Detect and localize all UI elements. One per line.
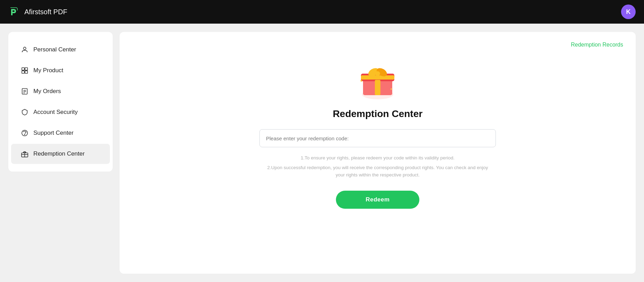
svg-text:✦: ✦	[360, 78, 363, 83]
main-content: Personal Center My Product My Orders	[0, 24, 644, 282]
redemption-records-link[interactable]: Redemption Records	[571, 42, 623, 48]
redeem-button[interactable]: Redeem	[336, 191, 419, 209]
svg-rect-16	[375, 80, 380, 95]
logo-icon	[8, 6, 21, 18]
redemption-icon	[21, 150, 29, 158]
orders-icon	[21, 88, 29, 95]
sidebar-item-redemption-center[interactable]: Redemption Center	[11, 144, 110, 164]
svg-point-1	[23, 47, 26, 50]
svg-rect-6	[22, 89, 27, 94]
sidebar-item-my-product[interactable]: My Product	[11, 60, 110, 81]
person-icon	[21, 46, 29, 53]
sidebar-item-account-security[interactable]: Account Security	[11, 102, 110, 122]
sidebar-label-my-orders: My Orders	[33, 88, 61, 95]
redemption-code-input[interactable]	[259, 129, 496, 147]
security-icon	[21, 108, 29, 116]
sidebar-item-support-center[interactable]: Support Center	[11, 123, 110, 143]
info-text-2: 2.Upon successful redemption, you will r…	[266, 164, 489, 179]
svg-rect-5	[25, 71, 27, 73]
sidebar-label-support-center: Support Center	[33, 130, 73, 136]
logo: Afirstsoft PDF	[8, 6, 67, 18]
header: Afirstsoft PDF K	[0, 0, 644, 24]
sidebar-label-personal-center: Personal Center	[33, 46, 76, 53]
content-area: Redemption Records ✦ ✦ ✦ Red	[120, 32, 636, 274]
sidebar-label-redemption-center: Redemption Center	[33, 150, 84, 157]
gift-image: ✦ ✦ ✦	[353, 53, 402, 101]
user-avatar[interactable]: K	[621, 5, 636, 19]
info-text-1: 1.To ensure your rights, please redeem y…	[301, 154, 455, 162]
sidebar-item-my-orders[interactable]: My Orders	[11, 81, 110, 101]
sidebar-item-personal-center[interactable]: Personal Center	[11, 40, 110, 60]
svg-text:✦: ✦	[391, 74, 395, 80]
svg-point-11	[24, 134, 25, 135]
sidebar: Personal Center My Product My Orders	[8, 32, 113, 172]
svg-rect-3	[25, 68, 27, 70]
product-icon	[21, 67, 29, 74]
logo-text: Afirstsoft PDF	[24, 8, 67, 16]
svg-point-20	[375, 71, 380, 76]
svg-text:✦: ✦	[390, 87, 393, 91]
svg-rect-2	[22, 68, 24, 70]
sidebar-label-account-security: Account Security	[33, 109, 78, 116]
page-title: Redemption Center	[333, 108, 422, 119]
support-icon	[21, 129, 29, 137]
svg-rect-4	[22, 71, 24, 73]
sidebar-label-my-product: My Product	[33, 67, 63, 74]
